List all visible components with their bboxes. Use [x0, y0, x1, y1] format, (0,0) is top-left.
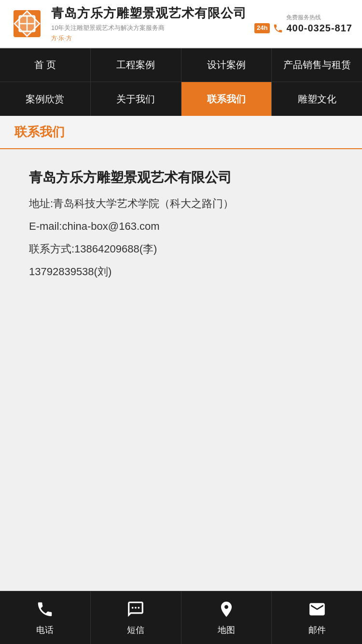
hotline-free-label: 免费服务热线	[286, 14, 321, 22]
nav-products[interactable]: 产品销售与租赁	[272, 48, 362, 82]
nav-home[interactable]: 首 页	[0, 48, 91, 82]
hotline-badge: 24h	[254, 23, 270, 33]
logo-text-block: 青岛方乐方雕塑景观艺术有限公司 10年关注雕塑景观艺术与解决方案服务商 方·乐·…	[51, 5, 247, 42]
nav-engineering[interactable]: 工程案例	[91, 48, 181, 82]
hotline-number: 400-0325-817	[286, 23, 352, 34]
bottom-nav-mail-label: 邮件	[308, 624, 326, 636]
contact-phone2: 13792839538(刘)	[29, 264, 348, 280]
bottom-nav-sms-label: 短信	[127, 624, 144, 636]
phone-icon	[36, 600, 54, 621]
bottom-nav-mail[interactable]: 邮件	[272, 591, 362, 644]
bottom-nav-phone[interactable]: 电话	[0, 591, 91, 644]
bottom-nav-map[interactable]: 地图	[181, 591, 272, 644]
nav-row-2: 案例欣赏 关于我们 联系我们 雕塑文化	[0, 82, 362, 116]
contact-email: E-mail:china-box@163.com	[29, 218, 348, 234]
bottom-nav-map-label: 地图	[218, 624, 235, 636]
company-name-header: 青岛方乐方雕塑景观艺术有限公司	[51, 5, 247, 22]
contact-phone1: 联系方式:13864209688(李)	[29, 241, 348, 257]
mail-icon	[308, 600, 326, 621]
company-subtitle: 10年关注雕塑景观艺术与解决方案服务商	[51, 24, 247, 32]
logo-brand: 方·乐·方	[51, 34, 247, 42]
hotline-area: 免费服务热线 24h 400-0325-817	[254, 14, 352, 34]
nav-contact[interactable]: 联系我们	[181, 82, 272, 116]
page-title-bar: 联系我们	[0, 116, 362, 149]
logo-area: 青岛方乐方雕塑景观艺术有限公司 10年关注雕塑景观艺术与解决方案服务商 方·乐·…	[10, 5, 254, 42]
contact-company-name: 青岛方乐方雕塑景观艺术有限公司	[29, 168, 348, 187]
nav-row-1: 首 页 工程案例 设计案例 产品销售与租赁	[0, 48, 362, 82]
phone-header-icon	[273, 23, 283, 34]
nav-culture[interactable]: 雕塑文化	[272, 82, 362, 116]
page-title: 联系我们	[14, 125, 65, 139]
nav-design[interactable]: 设计案例	[181, 48, 272, 82]
nav-cases[interactable]: 案例欣赏	[0, 82, 91, 116]
svg-point-6	[132, 606, 134, 608]
map-icon	[217, 600, 236, 621]
contact-address: 地址:青岛科技大学艺术学院（科大之路门）	[29, 196, 348, 211]
message-icon	[126, 600, 145, 621]
bottom-nav: 电话 短信 地图 邮件	[0, 591, 362, 644]
logo-icon	[10, 6, 44, 41]
bottom-nav-phone-label: 电话	[36, 624, 54, 636]
bottom-nav-sms[interactable]: 短信	[91, 591, 181, 644]
svg-point-8	[138, 606, 140, 608]
header: 青岛方乐方雕塑景观艺术有限公司 10年关注雕塑景观艺术与解决方案服务商 方·乐·…	[0, 0, 362, 48]
contact-content: 青岛方乐方雕塑景观艺术有限公司 地址:青岛科技大学艺术学院（科大之路门） E-m…	[0, 149, 362, 591]
svg-point-7	[135, 606, 137, 608]
nav-about[interactable]: 关于我们	[91, 82, 181, 116]
